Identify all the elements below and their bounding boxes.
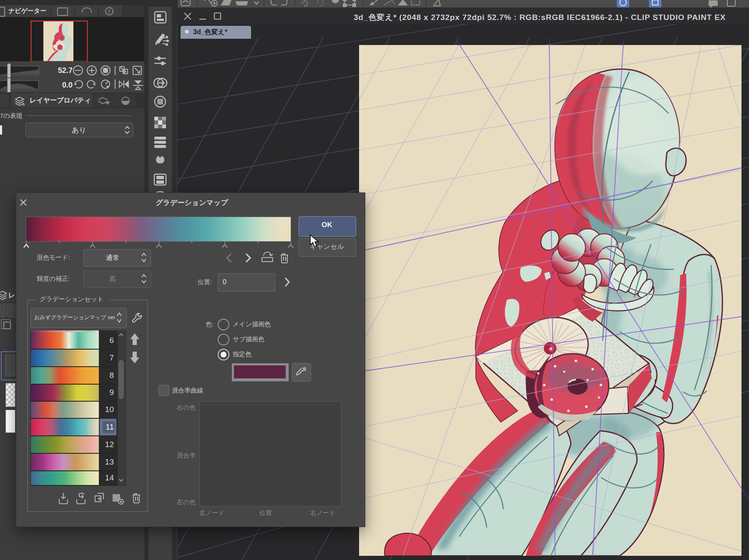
svg-text:o: o (23, 102, 25, 107)
